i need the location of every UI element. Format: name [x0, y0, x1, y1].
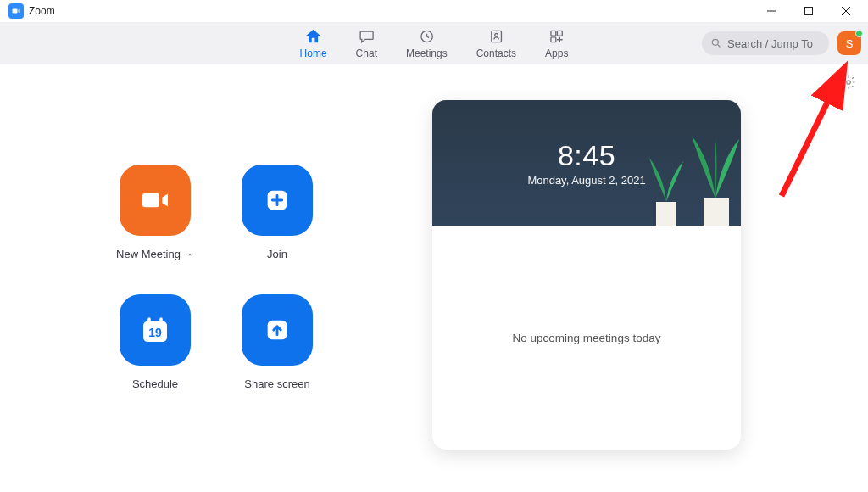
svg-line-12: [718, 45, 721, 48]
svg-point-7: [495, 34, 498, 37]
arrow-up-icon: [263, 316, 292, 344]
window-titlebar: Zoom: [0, 0, 868, 22]
video-icon: [138, 183, 172, 217]
share-screen-action: Share screen: [218, 294, 337, 390]
search-icon: [710, 37, 722, 49]
tab-label: Meetings: [406, 48, 448, 59]
svg-rect-2: [805, 8, 813, 15]
profile-avatar[interactable]: S: [837, 31, 861, 55]
schedule-action: 19 Schedule: [96, 294, 214, 390]
svg-rect-0: [13, 9, 18, 14]
plus-icon: [263, 186, 292, 215]
svg-rect-21: [656, 202, 676, 226]
new-meeting-button[interactable]: [120, 165, 191, 236]
card-hero: 8:45 Monday, August 2, 2021: [432, 100, 741, 226]
schedule-button[interactable]: 19: [120, 294, 191, 366]
maximize-button[interactable]: [790, 0, 827, 22]
search-input[interactable]: Search / Jump To: [702, 31, 829, 55]
card-time: 8:45: [558, 139, 615, 172]
main-content: New Meeting Join: [0, 64, 868, 492]
svg-rect-10: [551, 37, 556, 42]
join-action: Join: [218, 165, 337, 260]
avatar-initial: S: [846, 37, 854, 50]
chat-icon: [357, 27, 376, 46]
action-label: Share screen: [244, 377, 309, 390]
tab-label: Home: [300, 48, 327, 59]
join-button[interactable]: [242, 165, 313, 236]
empty-state-text: No upcoming meetings today: [513, 332, 661, 344]
minimize-button[interactable]: [753, 0, 790, 22]
tab-chat[interactable]: Chat: [356, 27, 377, 59]
tab-apps[interactable]: Apps: [545, 27, 568, 59]
svg-rect-18: [159, 317, 163, 323]
settings-button[interactable]: [841, 75, 856, 93]
close-button[interactable]: [827, 0, 865, 22]
svg-point-13: [847, 81, 851, 85]
calendar-icon: 19: [137, 312, 173, 348]
info-card: 8:45 Monday, August 2, 2021 No upcoming …: [432, 100, 741, 450]
plant-decoration: [643, 149, 690, 226]
svg-text:19: 19: [148, 326, 162, 339]
search-placeholder: Search / Jump To: [727, 37, 813, 50]
zoom-app-icon: [8, 3, 24, 19]
nav-tabs: Home Chat Meetings Contacts Apps: [300, 27, 569, 59]
card-body: No upcoming meetings today: [432, 226, 741, 450]
svg-rect-8: [551, 31, 556, 36]
action-label: Schedule: [132, 377, 178, 390]
svg-rect-22: [704, 198, 729, 226]
tab-label: Chat: [356, 48, 377, 59]
action-label: New Meeting: [116, 248, 181, 260]
svg-rect-17: [147, 317, 151, 323]
contacts-icon: [487, 27, 505, 46]
presence-indicator: [855, 30, 863, 37]
tab-label: Apps: [545, 48, 568, 59]
actions-panel: New Meeting Join: [0, 64, 432, 492]
share-screen-button[interactable]: [242, 294, 313, 366]
svg-point-11: [712, 39, 718, 45]
new-meeting-action: New Meeting: [96, 165, 214, 260]
tab-contacts[interactable]: Contacts: [476, 27, 516, 59]
card-date: Monday, August 2, 2021: [527, 174, 645, 187]
home-icon: [304, 27, 323, 46]
tab-meetings[interactable]: Meetings: [406, 27, 448, 59]
action-label: Join: [267, 248, 287, 260]
svg-rect-9: [558, 31, 563, 36]
tab-home[interactable]: Home: [300, 27, 327, 59]
clock-icon: [417, 27, 436, 46]
svg-rect-14: [142, 193, 159, 208]
main-toolbar: Home Chat Meetings Contacts Apps: [0, 22, 868, 64]
apps-icon: [548, 27, 566, 46]
gear-icon: [841, 75, 856, 90]
plant-decoration: [690, 132, 741, 226]
tab-label: Contacts: [476, 48, 516, 59]
chevron-down-icon[interactable]: [186, 250, 194, 259]
window-title: Zoom: [29, 5, 55, 17]
